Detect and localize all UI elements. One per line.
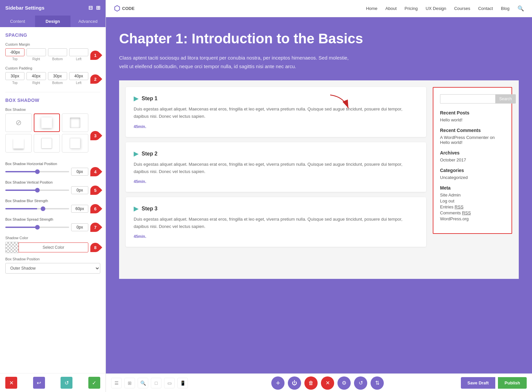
shadow-style-3[interactable] xyxy=(5,134,32,152)
v-pos-slider[interactable] xyxy=(5,190,69,191)
shadow-color-label: Shadow Color xyxy=(5,236,100,240)
badge-8: 8 xyxy=(90,243,100,252)
meta-item-4: Comments RSS xyxy=(440,210,505,215)
box-shadow-section-title: Box Shadow xyxy=(5,98,100,103)
h-pos-slider[interactable] xyxy=(5,171,69,172)
padding-left-input[interactable] xyxy=(69,72,88,80)
archive-item-1: October 2017 xyxy=(440,157,505,162)
chapter-desc: Class aptent taciti sociosqu ad litora t… xyxy=(119,54,351,70)
blur-input[interactable] xyxy=(71,205,88,213)
toolbar-menu-icon[interactable]: ☰ xyxy=(111,378,122,388)
meta-item-1: Site Admin xyxy=(440,193,505,197)
shadow-3-preview xyxy=(13,138,24,149)
nav-contact[interactable]: Contact xyxy=(478,6,493,11)
v-pos-label: Box Shadow Vertical Position xyxy=(5,180,100,184)
widget-search-input[interactable] xyxy=(440,94,495,104)
margin-right-input[interactable] xyxy=(26,48,46,56)
blur-slider[interactable] xyxy=(5,208,69,209)
shadow-4-preview xyxy=(41,138,52,149)
toolbar-mobile-icon[interactable]: 📱 xyxy=(177,378,188,388)
search-icon[interactable]: 🔍 xyxy=(517,5,524,12)
tab-content[interactable]: Content xyxy=(0,16,35,27)
margin-left-label: Left xyxy=(76,57,82,61)
toolbar-search-icon[interactable]: 🔍 xyxy=(138,378,148,388)
spread-slider[interactable] xyxy=(5,227,69,228)
meta-item-5: WordPress.org xyxy=(440,216,505,221)
shadow-style-none[interactable]: ⊘ xyxy=(5,113,32,132)
recent-posts-title: Recent Posts xyxy=(440,110,505,115)
widget-search-button[interactable]: Search xyxy=(495,94,516,104)
widget-column: Search Recent Posts Hello world! Recent … xyxy=(433,87,512,272)
badge-1: 1 xyxy=(90,51,100,60)
step-body-3: Duis egestas aliquet aliquet. Maecenas e… xyxy=(134,216,418,230)
recent-comment-item-1: A WordPress Commenter on Hello world! xyxy=(440,135,505,145)
nav-blog[interactable]: Blog xyxy=(501,6,510,11)
margin-right-label: Right xyxy=(32,57,40,61)
toolbar-left: ☰ ⊞ 🔍 □ ▭ 📱 xyxy=(111,378,188,388)
shadow-2-preview xyxy=(70,117,80,128)
history-button[interactable]: ↺ xyxy=(354,376,367,390)
save-draft-button[interactable]: Save Draft xyxy=(461,377,495,389)
step-duration-1: 45min. xyxy=(134,124,418,129)
confirm-button[interactable]: ✓ xyxy=(88,377,100,389)
margin-bottom-label: Bottom xyxy=(52,57,63,61)
content-area: ▶ Step 1 Duis egestas aliquet aliquet. M… xyxy=(119,80,519,279)
no-shadow-icon: ⊘ xyxy=(16,118,22,127)
box-shadow-label: Box Shadow xyxy=(5,108,100,111)
nav-pricing[interactable]: Pricing xyxy=(405,6,418,11)
select-color-button[interactable]: Select Color xyxy=(19,242,88,252)
margin-left-input[interactable] xyxy=(69,48,88,56)
categories-title: Categories xyxy=(440,168,505,173)
step-duration-3: 45min. xyxy=(134,234,418,239)
sort-button[interactable]: ⇅ xyxy=(371,376,384,390)
position-select[interactable]: Outer Shadow Inner Shadow xyxy=(5,263,100,274)
v-pos-input[interactable] xyxy=(71,186,88,194)
undo-button[interactable]: ↩ xyxy=(33,377,45,389)
padding-top-label: Top xyxy=(12,81,18,85)
color-swatch[interactable] xyxy=(5,242,19,253)
badge-3: 3 xyxy=(90,131,100,140)
publish-button[interactable]: Publish xyxy=(498,377,527,389)
widget-meta: Meta Site Admin Log out Entries RSS Comm… xyxy=(440,185,505,221)
sidebar-icon-grid[interactable]: ⊟ xyxy=(88,5,93,11)
cancel-button[interactable]: ✕ xyxy=(5,377,17,389)
widget-recent-comments: Recent Comments A WordPress Commenter on… xyxy=(440,128,505,145)
logo-text: CODE xyxy=(122,6,135,11)
tab-design[interactable]: Design xyxy=(35,16,70,27)
margin-top-input[interactable] xyxy=(5,48,24,56)
nav-about[interactable]: About xyxy=(385,6,397,11)
step-arrow-icon-2: ▶ xyxy=(134,150,138,157)
nav-uxdesign[interactable]: UX Design xyxy=(426,6,446,11)
margin-bottom-input[interactable] xyxy=(48,48,67,56)
tab-advanced[interactable]: Advanced xyxy=(70,16,106,27)
step-arrow-icon: ▶ xyxy=(134,95,138,102)
nav-courses[interactable]: Courses xyxy=(454,6,470,11)
padding-top-input[interactable] xyxy=(5,72,24,80)
sidebar-icon-columns[interactable]: ⊞ xyxy=(96,5,100,11)
nav-links: Home About Pricing UX Design Courses Con… xyxy=(366,5,524,12)
toolbar-grid-icon[interactable]: ⊞ xyxy=(124,378,135,388)
padding-right-input[interactable] xyxy=(26,72,46,80)
badge-7: 7 xyxy=(90,223,100,232)
padding-bottom-input[interactable] xyxy=(48,72,67,80)
add-button[interactable]: + xyxy=(271,376,285,390)
toolbar-desktop-icon[interactable]: □ xyxy=(151,378,161,388)
step-card-1: ▶ Step 1 Duis egestas aliquet aliquet. M… xyxy=(126,87,426,137)
shadow-style-outer[interactable] xyxy=(34,113,60,132)
nav-home[interactable]: Home xyxy=(366,6,377,11)
toolbar-tablet-icon[interactable]: ▭ xyxy=(164,378,175,388)
shadow-style-4[interactable] xyxy=(34,134,60,152)
delete-button[interactable]: 🗑 xyxy=(304,376,318,390)
redo-button[interactable]: ↺ xyxy=(61,377,72,389)
shadow-style-2[interactable] xyxy=(62,113,88,132)
padding-bottom-label: Bottom xyxy=(52,81,63,85)
badge-5: 5 xyxy=(90,186,100,195)
spread-input[interactable] xyxy=(71,223,88,231)
power-button[interactable]: ⏻ xyxy=(288,376,301,390)
h-pos-input[interactable] xyxy=(71,168,88,176)
widget-archives: Archives October 2017 xyxy=(440,150,505,162)
settings-button[interactable]: ⚙ xyxy=(337,376,351,390)
shadow-style-5[interactable] xyxy=(62,134,88,152)
page-wrapper: Chapter 1: Introduction to the Basics Cl… xyxy=(106,17,532,373)
close-button[interactable]: ✕ xyxy=(321,376,334,390)
